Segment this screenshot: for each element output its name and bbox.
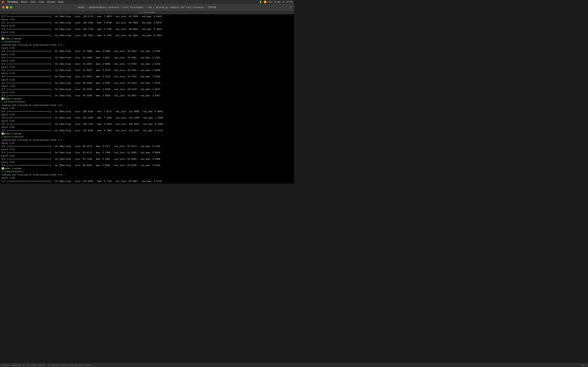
terminal-line: Epoch 4/20 [1,66,293,69]
terminal-line: Epoch 9/20 [1,31,293,34]
window-controls [2,6,12,8]
terminal-line: Epoch 2/20 [1,53,293,56]
terminal-line: 3/3 [================================] -… [1,88,293,91]
terminal-line: 3/3 [================================] -… [1,75,293,78]
checkmark-icon: ✅ [1,38,4,40]
terminal-line: Epoch 3/20 [1,59,293,63]
terminal-line: Epoch 2/20 [1,183,293,184]
terminal-line: 3/3 [================================] -… [1,50,293,53]
menu-bar: 🍎 Terminal Shell Edit View Window Help 🔋… [0,0,294,4]
terminal-line: ✅model trained [1,97,293,100]
terminal-line: Epoch 4/20 [1,126,293,129]
terminal-line: ✅model trained [1,167,293,170]
terminal-line: 3/3 [================================] -… [1,151,293,154]
terminal-line: Epoch 7/20 [1,85,293,88]
terminal-line: loading and training on preprocessed chu… [1,104,293,107]
terminal-line: 2/2 [================================] -… [1,180,293,183]
terminal-line: Epoch 1/20 [1,107,293,110]
terminal-line: Epoch 1/20 [1,176,293,180]
maximize-button[interactable] [10,6,12,8]
terminal-line: loading and training on preprocessed chu… [1,173,293,176]
terminal-line: 3/3 [================================] -… [1,164,293,167]
terminal-content[interactable]: 3/3 [================================] -… [0,14,294,184]
checkmark-icon: ✅ [1,98,4,100]
terminal-line: 3/3 [================================] -… [1,82,293,85]
terminal-line: 3/3 [================================] -… [1,94,293,97]
menu-battery-icon: 🔋 [259,1,262,3]
terminal-line: 3/3 [================================] -… [1,123,293,126]
terminal-line: 6.804247379029785 [1,135,293,139]
terminal-line: Epoch 8/20 [1,91,293,94]
add-tab-button[interactable]: + [290,6,292,9]
close-button[interactable] [2,6,5,8]
terminal-line: loading and training on preprocessed chu… [1,43,293,47]
terminal-line: Epoch 1/20 [1,47,293,50]
menu-wifi-icon: 📶 [264,1,267,3]
terminal-line: Epoch 1/20 [1,142,293,145]
terminal-line: 3/3 [================================] -… [1,15,293,18]
terminal-line: Epoch 3/20 [1,119,293,123]
terminal-line: 3/3 [================================] -… [1,117,293,119]
checkmark-icon: ✅ [1,167,4,170]
terminal-line: Epoch 5/20 [1,72,293,75]
terminal-line: Epoch 7/20 [1,18,293,21]
terminal-line: 3/3 [================================] -… [1,158,293,161]
terminal-line: ✅model trained [1,37,293,40]
menu-terminal[interactable]: Terminal [7,1,18,3]
menu-clock: Mon 25 Apr at 18:56 [269,1,293,3]
terminal-line: Epoch 2/20 [1,113,293,117]
terminal-line: Epoch 3/20 [1,154,293,158]
terminal-line: 6.363395518799 [1,40,293,43]
terminal-line: 3/3 [================================] -… [1,110,293,113]
terminal-line: 3/3 [================================] -… [1,129,293,132]
terminal-line: 4.323403358459473 [1,170,293,173]
minimize-button[interactable] [6,6,9,8]
terminal-line: Epoch 6/20 [1,78,293,82]
checkmark-icon: ✅ [1,133,4,135]
terminal-line: 3/3 [================================] -… [1,56,293,59]
title-bar: model — gmanchon@taxi-instance:~/taxi-fa… [0,4,294,10]
terminal-line: ✅model trained [1,132,293,135]
terminal-line: Epoch 8/20 [1,25,293,28]
terminal-line: Epoch 2/20 [1,148,293,151]
menu-view[interactable]: View [39,1,44,3]
menu-shell[interactable]: Shell [21,1,28,3]
menu-help[interactable]: Help [58,1,63,3]
terminal-line: 3/3 [================================] -… [1,28,293,31]
terminal-line: 1.9379494198216064 [1,100,293,104]
menu-bar-right: 🔋 📶 Mon 25 Apr at 18:56 [259,1,293,3]
terminal-line: 3/3 [================================] -… [1,63,293,66]
menu-window[interactable]: Window [47,1,55,3]
terminal-line: loading and training on preprocessed chu… [1,139,293,142]
apple-menu[interactable]: 🍎 [1,0,4,3]
terminal-line: 3/3 [================================] -… [1,145,293,148]
terminal-line: 3/3 [================================] -… [1,69,293,72]
current-path: …xi-fare/model [139,11,155,13]
terminal-line: Epoch 4/20 [1,161,293,164]
terminal-line: 3/3 [================================] -… [1,34,293,37]
terminal-line: 3/3 [================================] -… [1,21,293,25]
window-title: model — gmanchon@taxi-instance:~/taxi-fa… [78,6,216,9]
menu-edit[interactable]: Edit [30,1,36,3]
path-bar: …xi-fare/model [0,10,294,14]
